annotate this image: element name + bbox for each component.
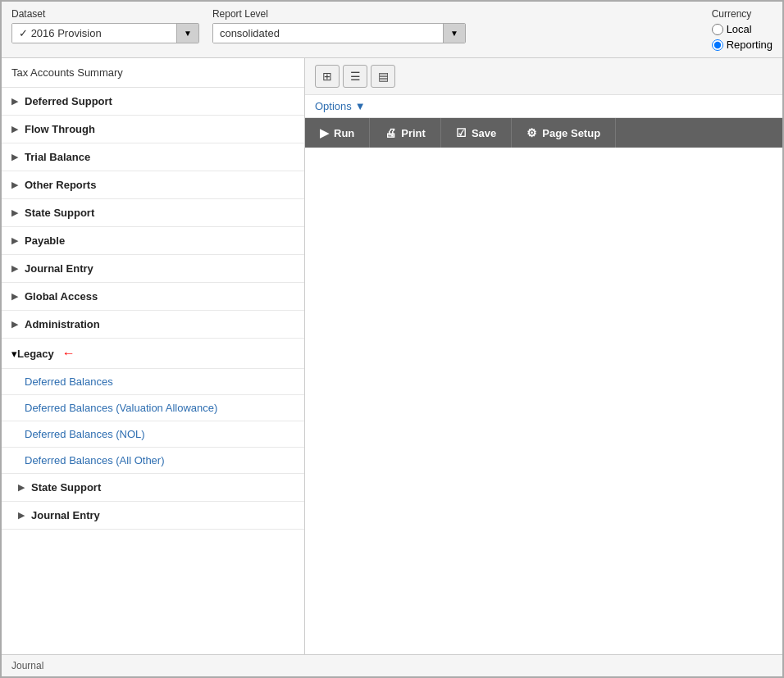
arrow-icon: ▶	[11, 124, 18, 134]
dataset-arrow[interactable]: ▼	[176, 24, 198, 43]
dataset-check: ✓	[19, 27, 31, 39]
currency-group: Currency Local Reporting	[712, 8, 773, 51]
sidebar-item-administration[interactable]: ▶ Administration	[2, 311, 304, 339]
arrow-down-icon: ▾	[11, 348, 17, 360]
sidebar-item-journal-entry[interactable]: ▶ Journal Entry	[2, 255, 304, 283]
list-view-button[interactable]: ☰	[343, 65, 367, 88]
footer-text: Journal	[11, 660, 43, 671]
options-button[interactable]: Options ▼	[315, 100, 366, 112]
dataset-group: Dataset ✓ 2016 Provision ▼	[11, 8, 199, 43]
save-label: Save	[472, 127, 496, 139]
arrow-icon: ▶	[11, 319, 18, 330]
sidebar-item-state-support[interactable]: ▶ State Support	[2, 199, 304, 227]
dataset-value: ✓ 2016 Provision	[12, 24, 176, 43]
panel-content	[305, 148, 782, 654]
sidebar: Tax Accounts Summary ▶ Deferred Support …	[2, 58, 305, 654]
currency-local-label: Local	[727, 23, 752, 35]
sub-item-label: Deferred Balances	[25, 375, 113, 388]
nav-label: Deferred Support	[25, 95, 112, 107]
currency-reporting-option[interactable]: Reporting	[712, 39, 773, 51]
sub-nav-label: State Support	[31, 481, 101, 494]
save-button[interactable]: ☑ Save	[441, 118, 512, 148]
sidebar-subitem-deferred-balances-all[interactable]: Deferred Balances (All Other)	[2, 448, 304, 474]
arrow-icon: ▶	[18, 510, 25, 521]
sidebar-subitem-deferred-balances[interactable]: Deferred Balances	[2, 369, 304, 395]
red-arrow-indicator: ←	[62, 346, 75, 361]
toolbar-top: ⊞ ☰ ▤	[305, 58, 782, 95]
save-icon: ☑	[456, 126, 467, 139]
dataset-select[interactable]: ✓ 2016 Provision ▼	[11, 23, 199, 43]
nav-label: Legacy	[17, 348, 54, 360]
sidebar-subnav-state-support[interactable]: ▶ State Support	[2, 474, 304, 502]
options-chevron-icon: ▼	[355, 100, 366, 112]
sub-nav-label: Journal Entry	[31, 509, 100, 521]
print-label: Print	[401, 127, 426, 139]
sidebar-item-legacy[interactable]: ▾ Legacy ←	[2, 339, 304, 369]
arrow-icon: ▶	[18, 482, 25, 493]
top-bar: Dataset ✓ 2016 Provision ▼ Report Level …	[2, 2, 782, 58]
print-button[interactable]: 🖨 Print	[370, 118, 441, 148]
table-view-button[interactable]: ⊞	[315, 65, 340, 88]
list-icon: ☰	[350, 70, 361, 83]
comment-button[interactable]: ▤	[371, 65, 395, 88]
nav-label: Other Reports	[25, 179, 96, 191]
sidebar-item-global-access[interactable]: ▶ Global Access	[2, 283, 304, 311]
sidebar-subitem-deferred-balances-nol[interactable]: Deferred Balances (NOL)	[2, 421, 304, 448]
arrow-icon: ▶	[11, 96, 18, 107]
right-panel: ⊞ ☰ ▤ Options ▼ ▶ Run	[305, 58, 782, 654]
run-icon: ▶	[320, 126, 329, 139]
dataset-label: Dataset	[11, 8, 199, 20]
nav-label: Global Access	[25, 290, 98, 303]
run-button[interactable]: ▶ Run	[305, 118, 370, 148]
sidebar-subitem-deferred-balances-va[interactable]: Deferred Balances (Valuation Allowance)	[2, 395, 304, 421]
table-icon: ⊞	[322, 70, 332, 83]
bottom-bar: Journal	[2, 654, 782, 676]
comment-icon: ▤	[378, 70, 389, 83]
nav-label: Payable	[25, 234, 65, 247]
nav-label: Journal Entry	[25, 262, 93, 275]
currency-reporting-label: Reporting	[727, 39, 773, 51]
sidebar-item-deferred-support[interactable]: ▶ Deferred Support	[2, 88, 304, 116]
print-icon: 🖨	[385, 126, 396, 139]
run-label: Run	[334, 127, 354, 139]
currency-reporting-radio[interactable]	[712, 39, 723, 51]
report-level-group: Report Level consolidated ▼	[212, 8, 466, 43]
sub-item-label: Deferred Balances (NOL)	[25, 428, 145, 440]
content-area: Tax Accounts Summary ▶ Deferred Support …	[2, 58, 782, 654]
page-setup-icon: ⚙	[526, 126, 537, 139]
arrow-icon: ▶	[11, 291, 18, 302]
arrow-icon: ▶	[11, 235, 18, 246]
report-level-label: Report Level	[212, 8, 466, 20]
sidebar-scroll[interactable]: ▶ Deferred Support ▶ Flow Through ▶ Tria…	[2, 88, 304, 654]
sidebar-item-trial-balance[interactable]: ▶ Trial Balance	[2, 143, 304, 171]
nav-label: Trial Balance	[25, 151, 90, 163]
nav-label: Administration	[25, 318, 100, 330]
report-level-select[interactable]: consolidated ▼	[212, 23, 466, 43]
action-bar: ▶ Run 🖨 Print ☑ Save ⚙ Page Setup	[305, 118, 782, 148]
report-level-arrow[interactable]: ▼	[443, 24, 465, 43]
report-level-value: consolidated	[213, 24, 443, 43]
currency-label: Currency	[712, 8, 773, 20]
sidebar-item-payable[interactable]: ▶ Payable	[2, 227, 304, 255]
arrow-icon: ▶	[11, 152, 18, 162]
sidebar-item-other-reports[interactable]: ▶ Other Reports	[2, 171, 304, 199]
nav-label: State Support	[25, 207, 94, 219]
options-row: Options ▼	[305, 95, 782, 118]
currency-local-radio[interactable]	[712, 24, 723, 35]
sidebar-subnav-journal-entry[interactable]: ▶ Journal Entry	[2, 502, 304, 530]
options-label: Options	[315, 100, 352, 112]
arrow-icon: ▶	[11, 207, 18, 218]
sub-item-label: Deferred Balances (All Other)	[25, 454, 165, 466]
page-setup-button[interactable]: ⚙ Page Setup	[512, 118, 616, 148]
sidebar-header: Tax Accounts Summary	[2, 58, 304, 88]
currency-local-option[interactable]: Local	[712, 23, 773, 35]
page-setup-label: Page Setup	[542, 127, 600, 139]
nav-label: Flow Through	[25, 123, 95, 135]
main-container: Dataset ✓ 2016 Provision ▼ Report Level …	[0, 0, 784, 678]
arrow-icon: ▶	[11, 180, 18, 190]
arrow-icon: ▶	[11, 263, 18, 274]
sub-item-label: Deferred Balances (Valuation Allowance)	[25, 402, 217, 414]
collapse-handle[interactable]: ◀	[304, 345, 305, 368]
sidebar-item-flow-through[interactable]: ▶ Flow Through	[2, 116, 304, 143]
